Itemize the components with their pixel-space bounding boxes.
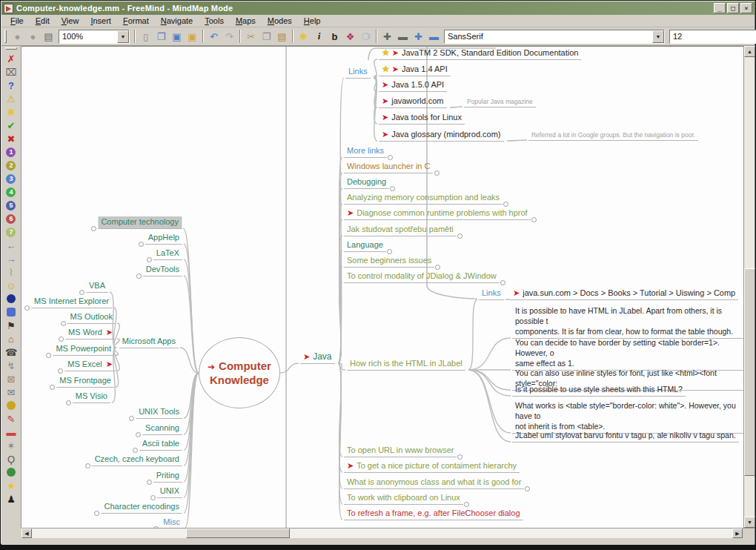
map-node-devtools[interactable]: DevTools [143,264,182,276]
map-node-czech[interactable]: Czech, czech keyboard [92,454,182,466]
collapse-handle-modality[interactable] [500,280,505,285]
map-node-refnote[interactable]: Referred a lot in Google groups. But the… [528,130,698,141]
menu-edit[interactable]: Edit [30,15,56,27]
map-node-howrich[interactable]: How rich is the HTML in JLabel [347,358,465,371]
collapse-handle-czech[interactable] [85,463,90,468]
bomb-icon[interactable] [3,292,19,305]
map-node-msie[interactable]: MS Internet Explorer [31,296,112,308]
remove-icon[interactable]: ✗ [3,52,19,65]
map-root-node[interactable]: ➔Computer Knowledge [199,337,280,408]
scroll-down-button[interactable]: ▼ [744,517,755,528]
cloud-button[interactable]: ❍ [358,29,374,44]
collapse-handle-msie[interactable] [24,305,30,311]
map-node-misc[interactable]: Misc [160,517,183,528]
menu-modes[interactable]: Modes [262,15,298,27]
italic-button[interactable]: i [311,29,327,44]
collapse-handle-vba[interactable] [79,290,84,295]
priority-4-icon[interactable]: 4 [3,185,19,199]
priority-1-icon[interactable]: 1 [3,145,19,159]
map-node-analyzing[interactable]: Analyzing memory consumption and leaks [344,192,503,205]
yes-icon[interactable]: ✔ [3,119,19,132]
phone-icon[interactable]: ☎ [3,345,19,359]
collapse-handle-msvisio[interactable] [66,400,71,405]
collapse-handle-latex[interactable] [147,257,152,262]
priority-3-icon[interactable]: 3 [3,172,19,185]
priority-7-icon[interactable]: 7 [3,225,19,239]
scroll-up-button[interactable]: ▲ [744,46,755,57]
map-node-jak[interactable]: Jak studovat spotřebu paměti [344,224,457,236]
map-node-latex[interactable]: LaTeX [153,248,182,260]
scroll-left-button[interactable]: ◀ [21,529,32,538]
decrease-branch-font-button[interactable]: ▬ [426,29,442,44]
map-node-unixtools[interactable]: UNIX Tools [136,406,182,419]
stop-icon[interactable]: ▬ [3,425,19,439]
desktop-icon[interactable] [3,305,19,319]
map-node-clipboard[interactable]: To work with clipboard on Linux [344,492,463,505]
penguin-icon[interactable]: ♟ [3,492,19,506]
collapse-handle-debugging[interactable] [390,186,395,191]
font-size-select[interactable]: 12▼ [669,30,756,44]
bold-button[interactable]: b [327,29,342,44]
new-mindmap-button[interactable]: ▯ [138,29,153,44]
undo-button[interactable]: ↶ [206,29,222,44]
map-node-openurl[interactable]: To open URL in www browser [344,445,457,457]
map-node-anonymous[interactable]: What is anonymous class and what it is g… [344,477,524,489]
map-node-note1[interactable]: It is possible to have HTML in JLabel. A… [512,305,743,339]
magnifier-icon[interactable]: Ϙ [3,452,19,465]
help-icon[interactable]: ? [3,79,19,92]
map-node-comptech[interactable]: Computer technology [98,216,182,229]
map-node-java[interactable]: ➤Java [300,351,335,364]
map-node-msword[interactable]: MS Word➤ [65,327,116,339]
horizontal-scrollbar[interactable]: ◀ ▶ [21,528,743,538]
map-node-msoutlook[interactable]: MS Outlook [67,311,116,324]
warning-icon[interactable]: ⚠ [3,92,19,105]
map-node-links2[interactable]: Links [479,288,504,300]
collapse-handle-msoutlook[interactable] [61,321,66,326]
menu-tools[interactable]: Tools [199,15,230,27]
node-color-button[interactable]: ❖ [342,29,358,44]
collapse-handle-openurl[interactable] [457,454,462,460]
collapse-handle-analyzing[interactable] [503,202,508,207]
zoom-select-dropdown-icon[interactable]: ▼ [117,30,129,43]
map-node-java14[interactable]: ★➤Java 1.4 API [379,64,451,76]
scroll-right-button[interactable]: ▶ [732,529,743,538]
password-icon[interactable] [3,399,19,412]
cut-button[interactable]: ✂ [243,29,259,44]
trash-icon[interactable]: ⌧ [3,65,19,79]
minimize-button[interactable]: _ [714,3,726,13]
freemind-app-icon[interactable] [4,4,13,13]
collapse-handle-apphelp[interactable] [139,242,144,247]
map-node-ascii[interactable]: Ascii table [139,438,182,451]
new-child-node-button[interactable]: ❋ [296,29,311,44]
star-icon[interactable]: ★ [3,479,19,492]
map-node-javatools[interactable]: ➤Java tools for Linux [379,112,465,125]
launch-icon[interactable] [3,465,19,479]
next-map-button[interactable]: ● [25,29,41,44]
maximize-button[interactable]: □ [727,3,739,13]
open-button[interactable]: ❐ [153,29,169,44]
collapse-handle-charenc[interactable] [94,511,99,516]
map-node-language[interactable]: Language [344,239,386,252]
map-node-note2[interactable]: You can decide to have border by setting… [512,337,743,371]
mail-icon[interactable]: ✉ [3,385,19,399]
map-node-links1[interactable]: Links [345,66,371,79]
map-node-modality[interactable]: To control modality of JDialog & JWindow [344,271,500,283]
collapse-handle-unixtools[interactable] [129,416,134,421]
map-node-mspp[interactable]: MS Powerpoint [53,343,114,356]
collapse-handle-diagnose[interactable] [531,217,537,222]
map-node-javagloss[interactable]: ➤Java glossary (mindprod.com) [379,129,504,142]
collapse-handle-ascii[interactable] [133,448,138,453]
collapse-handle-comptech[interactable] [91,226,96,231]
toolbar-grip[interactable] [4,30,7,43]
map-node-msfront[interactable]: MS Frontpage [56,375,114,388]
collapse-handle-jak[interactable] [457,233,462,239]
mailbox-icon[interactable]: ⊠ [3,372,19,385]
collapse-handle-clipboard[interactable] [464,502,469,507]
collapse-handle-beginners[interactable] [435,265,440,270]
flag-icon[interactable]: ⚑ [3,319,19,332]
map-node-refresh[interactable]: To refresh a frame, e.g. after FileChoos… [344,508,523,520]
zoom-select[interactable]: 100%▼ [59,30,130,44]
redo-button[interactable]: ↷ [222,29,237,44]
paste-button[interactable]: ▤ [274,29,290,44]
map-node-scanning[interactable]: Scanning [142,423,182,435]
